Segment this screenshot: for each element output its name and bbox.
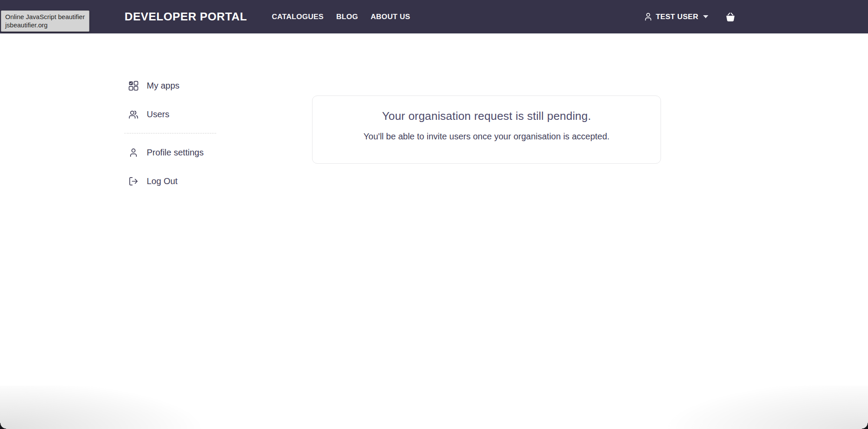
sidebar-item-label: Users: [147, 109, 169, 119]
sidebar-item-label: My apps: [147, 81, 180, 91]
browser-tooltip: Online JavaScript beautifier jsbeautifie…: [1, 10, 89, 32]
basket-button[interactable]: [724, 11, 736, 23]
pending-title: Your organisation request is still pendi…: [312, 109, 661, 123]
sidebar: My apps Users Profile settings: [125, 76, 216, 191]
pending-notice-card: Your organisation request is still pendi…: [312, 96, 661, 164]
apps-grid-icon: [128, 81, 138, 91]
top-navbar: DEVELOPER PORTAL CATALOGUES BLOG ABOUT U…: [0, 0, 868, 33]
window-corner-bottom-right: [862, 423, 868, 429]
window-shadow-right: [625, 386, 868, 429]
logout-icon: [128, 176, 138, 186]
user-icon: [128, 148, 138, 158]
navbar-right-group: TEST USER: [644, 11, 736, 23]
sidebar-item-my-apps[interactable]: My apps: [125, 76, 216, 95]
pending-subtitle: You'll be able to invite users once your…: [312, 132, 661, 142]
nav-link-about-us[interactable]: ABOUT US: [371, 13, 410, 21]
nav-link-catalogues[interactable]: CATALOGUES: [272, 13, 323, 21]
window-shadow-left: [0, 386, 243, 429]
sidebar-item-users[interactable]: Users: [125, 105, 216, 124]
navbar-inner: DEVELOPER PORTAL CATALOGUES BLOG ABOUT U…: [125, 0, 736, 33]
tooltip-line-1: Online JavaScript beautifier: [5, 13, 85, 21]
primary-nav: CATALOGUES BLOG ABOUT US: [272, 13, 410, 21]
basket-icon: [724, 11, 736, 23]
window-corner-bottom-left: [0, 423, 6, 429]
user-icon: [644, 12, 653, 21]
sidebar-item-label: Profile settings: [147, 148, 204, 158]
tooltip-line-2: jsbeautifier.org: [5, 21, 85, 29]
nav-link-blog[interactable]: BLOG: [336, 13, 358, 21]
sidebar-item-profile-settings[interactable]: Profile settings: [125, 143, 216, 162]
user-menu-dropdown[interactable]: TEST USER: [644, 12, 708, 21]
brand-title[interactable]: DEVELOPER PORTAL: [125, 10, 247, 23]
sidebar-divider: [125, 133, 216, 134]
sidebar-item-label: Log Out: [147, 176, 178, 186]
users-icon: [128, 109, 138, 119]
user-menu-label: TEST USER: [656, 13, 698, 21]
sidebar-item-log-out[interactable]: Log Out: [125, 172, 216, 191]
chevron-down-icon: [703, 15, 708, 18]
